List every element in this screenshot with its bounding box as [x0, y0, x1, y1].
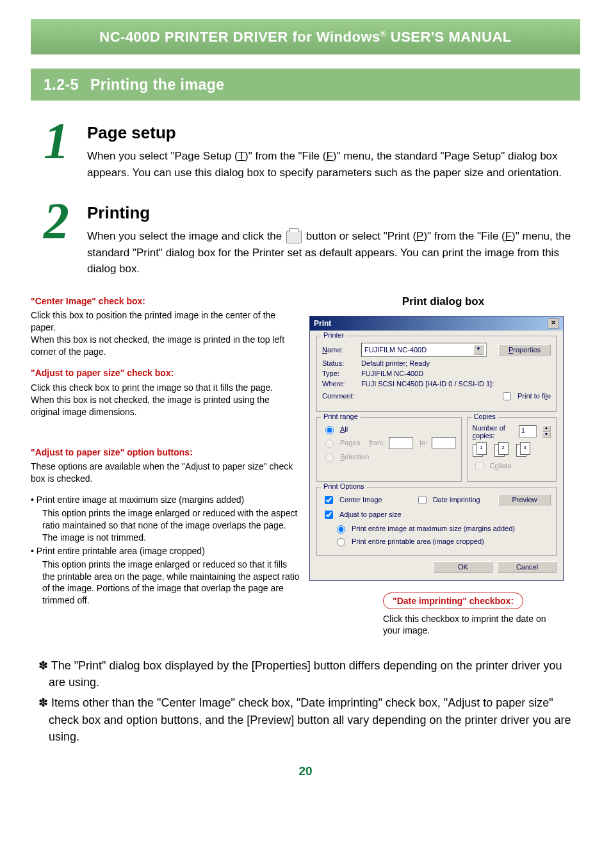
range-all-label: All [340, 425, 348, 433]
center-image-label: Center Image [339, 496, 382, 504]
type-value: FUJIFILM NC-400D [361, 370, 423, 377]
center-image-checkbox[interactable] [325, 496, 333, 504]
header-title-sup: ® [380, 29, 386, 38]
step-title: Printing [87, 203, 580, 223]
section-title: Printing the image [90, 76, 225, 94]
print-options-fieldset: Print Options Center Image Date imprinti… [316, 487, 557, 556]
copies-input[interactable]: 1 [519, 425, 537, 438]
name-label: Name: [322, 346, 357, 354]
printer-legend: Printer [321, 331, 346, 339]
footnote-2: ✽ Items other than the "Center Image" ch… [31, 694, 580, 744]
range-from-input[interactable] [389, 437, 413, 449]
print-icon [286, 231, 302, 243]
opt-margins-label: Print entire image at maximum size (marg… [352, 525, 515, 532]
type-label: Type: [322, 370, 357, 377]
option-buttons-heading: "Adjust to paper size" option buttons: [31, 446, 300, 459]
step-title: Page setup [87, 123, 580, 143]
dialog-titlebar: Print ✕ [310, 316, 563, 331]
date-imprinting-checkbox[interactable] [418, 496, 427, 504]
opt-cropped-radio[interactable] [337, 538, 345, 546]
print-options-legend: Print Options [321, 482, 367, 490]
cancel-button[interactable]: Cancel [498, 561, 557, 573]
adjust-size-heading: "Adjust to paper size" check box: [31, 367, 300, 379]
chevron-down-icon[interactable]: ▼ [473, 345, 484, 355]
step-number: 1 [31, 123, 69, 181]
where-value: FUJI SCSI NC450D [HA-ID 0 / SCSI-ID 1]: [361, 380, 494, 388]
status-value: Default printer; Ready [361, 359, 430, 367]
adjust-size-desc: Click this check box to print the image … [31, 382, 273, 393]
step-text: When you select the image and click the … [87, 228, 580, 277]
date-imprinting-label: Date imprinting [433, 496, 480, 504]
section-heading: 1.2-5 Printing the image [31, 69, 580, 101]
bullet-1-title: • Print entire image at maximum size (ma… [31, 494, 300, 506]
copies-spinner[interactable]: ▲▼ [542, 425, 551, 438]
print-dialog: Print ✕ Printer Name: FUJIFILM NC-400D ▼ [309, 316, 564, 581]
header-title-post: USER'S MANUAL [386, 29, 512, 45]
bullet-2-title: • Print entire printable area (image cro… [31, 545, 300, 557]
preview-button[interactable]: Preview [498, 494, 551, 505]
adjust-paper-label: Adjust to paper size [339, 511, 402, 518]
range-all-radio[interactable] [325, 426, 334, 434]
bullet-2-body: This option prints the image enlarged or… [31, 559, 300, 607]
range-to-input[interactable] [432, 437, 456, 449]
footnotes: ✽ The "Print" dialog box displayed by th… [31, 657, 580, 744]
properties-button[interactable]: Properties [498, 344, 551, 356]
step-text: When you select "Page Setup (T)" from th… [87, 148, 580, 181]
footnote-1: ✽ The "Print" dialog box displayed by th… [31, 657, 580, 691]
collate-label: Collate [490, 462, 512, 470]
print-range-legend: Print range [321, 413, 361, 420]
range-to-label: to: [420, 439, 427, 446]
range-pages-radio[interactable] [325, 439, 334, 448]
center-image-desc: Click this box to position the printed i… [31, 310, 275, 332]
printer-name-value: FUJIFILM NC-400D [364, 346, 427, 354]
printer-fieldset: Printer Name: FUJIFILM NC-400D ▼ Propert… [316, 336, 557, 412]
opt-cropped-label: Print entire printable area (image cropp… [352, 537, 484, 545]
adjust-size-desc2: When this box is not checked, the image … [31, 395, 270, 417]
bullet-1-body: This option prints the image enlarged or… [31, 507, 300, 544]
section-number: 1.2-5 [44, 76, 79, 94]
print-range-fieldset: Print range All Pages from: to: Selectio… [316, 417, 462, 482]
printer-name-select[interactable]: FUJIFILM NC-400D ▼ [361, 343, 487, 357]
option-buttons-desc: These options are available when the "Ad… [31, 461, 300, 485]
step-1: 1 Page setup When you select "Page Setup… [31, 123, 580, 181]
center-image-heading: "Center Image" check box: [31, 295, 300, 307]
where-label: Where: [322, 380, 357, 388]
range-pages-label: Pages [340, 439, 360, 446]
collate-preview: 11 22 33 [473, 442, 551, 456]
range-selection-radio[interactable] [325, 454, 334, 462]
collate-checkbox[interactable] [475, 462, 484, 470]
ok-button[interactable]: OK [434, 561, 493, 573]
print-to-file-label: Print to file [517, 392, 551, 400]
comment-label: Comment: [322, 392, 357, 400]
explanation-column: "Center Image" check box: Click this box… [31, 295, 300, 637]
step-2: 2 Printing When you select the image and… [31, 203, 580, 277]
print-to-file-checkbox[interactable] [503, 392, 511, 400]
center-image-desc2: When this box is not checked, the image … [31, 334, 284, 357]
copies-fieldset: Copies Number of copies: 1 ▲▼ 11 22 33 [467, 417, 557, 482]
step-number: 2 [31, 203, 69, 277]
copies-label: Number of copies: [473, 424, 511, 439]
range-from-label: from: [369, 439, 385, 446]
range-selection-label: Selection [340, 453, 369, 461]
dialog-caption: Print dialog box [306, 295, 580, 308]
opt-margins-radio[interactable] [337, 525, 345, 534]
status-label: Status: [322, 359, 357, 367]
date-imprinting-callout-body: Click this checkbox to imprint the date … [383, 613, 562, 637]
dialog-title: Print [314, 319, 331, 328]
header-title-pre: NC-400D PRINTER DRIVER for Windows [99, 29, 380, 45]
close-icon[interactable]: ✕ [548, 318, 559, 329]
date-imprinting-callout-title: "Date imprinting" checkbox: [383, 593, 523, 609]
copies-legend: Copies [471, 413, 498, 420]
manual-header: NC-400D PRINTER DRIVER for Windows® USER… [31, 19, 580, 54]
page-number: 20 [31, 764, 580, 778]
adjust-paper-checkbox[interactable] [325, 511, 333, 519]
